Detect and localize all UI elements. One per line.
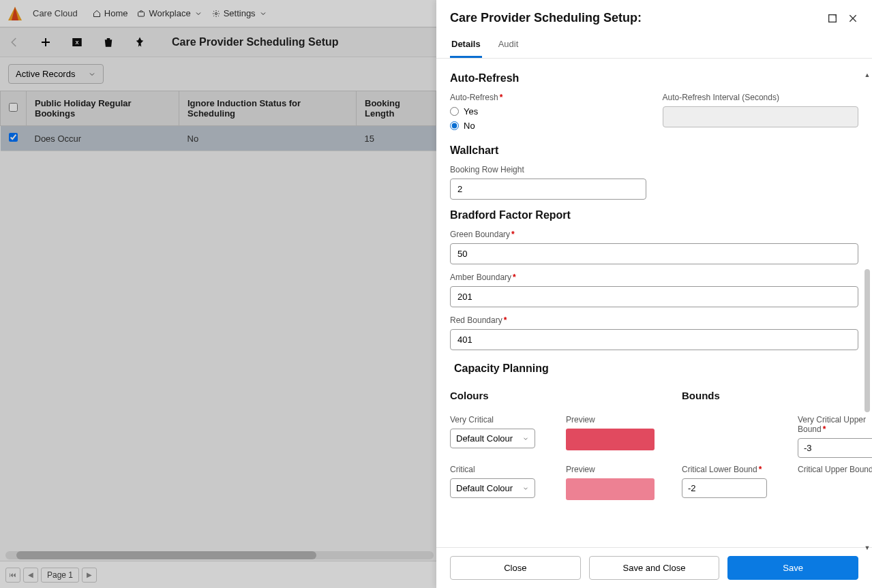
colours-heading: Colours (450, 390, 668, 401)
cell: Does Occur (27, 126, 179, 151)
tab-details[interactable]: Details (450, 32, 482, 58)
cell: No (179, 126, 357, 151)
nav-workplace[interactable]: Workplace (137, 8, 202, 18)
page-title: Care Provider Scheduling Setup (172, 36, 339, 48)
prev-page-button[interactable]: ◀ (23, 568, 38, 583)
select-all-checkbox[interactable] (9, 103, 18, 112)
trash-icon[interactable] (102, 36, 115, 48)
chevron-down-icon (88, 70, 96, 78)
back-arrow-icon[interactable] (8, 36, 20, 48)
critical-colour-select[interactable]: Default Colour (450, 478, 535, 498)
expand-icon[interactable] (827, 13, 838, 24)
amber-boundary-label: Amber Boundary (450, 273, 858, 282)
detail-panel: Care Provider Scheduling Setup: Details … (436, 0, 872, 588)
auto-refresh-label: Auto-Refresh (450, 93, 646, 102)
critical-preview-swatch (566, 478, 655, 500)
view-selector-label: Active Records (16, 69, 75, 79)
preview-label: Preview (566, 465, 668, 474)
chevron-down-icon (259, 10, 267, 18)
nav-workplace-label: Workplace (149, 8, 190, 18)
section-wallchart: Wallchart (450, 144, 858, 157)
red-boundary-label: Red Boundary (450, 315, 858, 325)
first-page-button[interactable]: ⏮ (5, 568, 20, 583)
radio-label: No (464, 121, 475, 131)
section-capacity: Capacity Planning (454, 362, 858, 375)
vc-upper-input[interactable] (798, 438, 872, 458)
app-logo (7, 5, 23, 22)
home-icon (93, 10, 101, 18)
preview-label: Preview (566, 415, 668, 424)
close-button[interactable]: Close (450, 556, 581, 580)
table-row[interactable]: Does Occur No 15 (1, 126, 436, 151)
panel-scrollbar[interactable]: ▲ ▼ (862, 72, 872, 554)
page-indicator: Page 1 (41, 568, 79, 583)
close-icon[interactable] (847, 13, 858, 24)
very-critical-colour-select[interactable]: Default Colour (450, 429, 535, 448)
save-button[interactable]: Save (727, 556, 858, 580)
records-table: Public Holiday Regular Bookings Ignore I… (0, 91, 436, 151)
brand-name: Care Cloud (33, 8, 78, 18)
green-boundary-label: Green Boundary (450, 230, 858, 239)
chevron-down-icon (522, 485, 529, 492)
col-header[interactable]: Public Holiday Regular Bookings (27, 91, 179, 126)
select-value: Default Colour (456, 433, 513, 444)
nav-settings[interactable]: Settings (212, 8, 267, 18)
cell: 15 (357, 126, 436, 151)
vc-upper-label: Very Critical Upper Bound (798, 415, 872, 434)
gear-icon (212, 10, 220, 18)
interval-input (663, 106, 859, 127)
very-critical-preview-swatch (566, 429, 655, 450)
row-height-label: Booking Row Height (450, 165, 646, 174)
row-checkbox[interactable] (9, 133, 18, 142)
crit-upper-label: Critical Upper Bound (798, 465, 872, 474)
save-and-close-button[interactable]: Save and Close (589, 556, 720, 580)
auto-refresh-yes-radio[interactable] (450, 107, 459, 116)
svg-point-1 (215, 12, 217, 14)
amber-boundary-input[interactable] (450, 286, 858, 307)
svg-rect-0 (138, 12, 145, 16)
nav-home-label: Home (104, 8, 128, 18)
red-boundary-input[interactable] (450, 329, 858, 350)
briefcase-icon (137, 10, 145, 18)
very-critical-label: Very Critical (450, 415, 552, 424)
crit-lower-input[interactable] (682, 478, 767, 498)
nav-settings-label: Settings (224, 8, 256, 18)
next-page-button[interactable]: ▶ (82, 568, 97, 583)
critical-label: Critical (450, 465, 552, 474)
col-header[interactable]: Ignore Induction Status for Scheduling (179, 91, 357, 126)
chevron-down-icon (194, 10, 202, 18)
pin-icon[interactable] (134, 36, 146, 48)
horizontal-scrollbar[interactable] (5, 551, 434, 559)
add-icon[interactable] (40, 36, 52, 48)
select-value: Default Colour (456, 483, 513, 493)
green-boundary-input[interactable] (450, 243, 858, 264)
svg-text:X: X (75, 40, 78, 46)
excel-export-icon[interactable]: X (71, 36, 83, 48)
chevron-down-icon (522, 435, 529, 442)
radio-label: Yes (464, 106, 478, 117)
bounds-heading: Bounds (682, 390, 872, 401)
row-height-input[interactable] (450, 179, 646, 200)
tab-audit[interactable]: Audit (497, 32, 520, 58)
section-auto-refresh: Auto-Refresh (450, 72, 858, 84)
section-bradford: Bradford Factor Report (450, 209, 858, 221)
nav-home[interactable]: Home (93, 8, 128, 18)
view-selector[interactable]: Active Records (8, 64, 104, 84)
interval-label: Auto-Refresh Interval (Seconds) (663, 93, 859, 102)
col-header[interactable]: Booking Length (357, 91, 436, 126)
svg-rect-4 (829, 14, 837, 22)
auto-refresh-no-radio[interactable] (450, 121, 459, 130)
crit-lower-label: Critical Lower Bound (682, 465, 784, 474)
panel-title: Care Provider Scheduling Setup: (450, 11, 642, 25)
